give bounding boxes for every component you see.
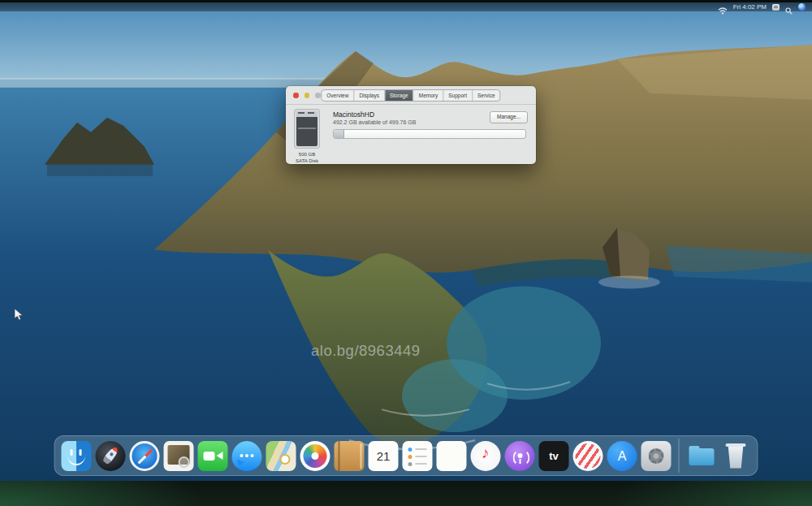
messages-icon[interactable] <box>232 441 262 471</box>
manage-button[interactable]: Manage... <box>490 111 528 123</box>
internal-drive-icon <box>294 109 320 149</box>
disk-capacity: 500 GB <box>287 152 326 158</box>
music-icon[interactable]: ♪ <box>471 441 501 471</box>
podcasts-icon[interactable] <box>505 441 535 471</box>
dock: 21 ♪ tv A <box>54 435 758 476</box>
apple-tv-icon[interactable]: tv <box>539 441 569 471</box>
minimize-button[interactable] <box>304 93 310 98</box>
menu-bar: Fri 4:02 PM <box>0 2 812 11</box>
finder-icon[interactable] <box>62 441 92 471</box>
storage-pane: 500 GB SATA Disk MacintoshHD 492.2 GB av… <box>286 104 536 164</box>
zoom-button-disabled <box>315 93 321 98</box>
dock-separator <box>679 439 680 473</box>
contacts-icon[interactable] <box>335 441 365 471</box>
window-toolbar: Overview Displays Storage Memory Support… <box>286 86 536 105</box>
input-menu-icon[interactable] <box>772 4 780 11</box>
wifi-icon[interactable] <box>718 3 728 11</box>
photos-icon[interactable] <box>300 441 330 471</box>
disk-caption: 500 GB SATA Disk <box>287 152 326 164</box>
monitor-screen: Fri 4:02 PM Overview Displays Storage Me… <box>0 2 812 481</box>
storage-usage-bar <box>333 129 526 139</box>
reminders-icon[interactable] <box>403 441 433 471</box>
siri-icon[interactable] <box>798 3 806 11</box>
system-preferences-icon[interactable] <box>641 441 672 471</box>
mouse-cursor <box>15 309 24 321</box>
spotlight-search-icon[interactable] <box>785 3 793 11</box>
launchpad-icon[interactable] <box>96 441 126 471</box>
volume-name: MacintoshHD <box>333 110 374 119</box>
about-tabs: Overview Displays Storage Memory Support… <box>321 89 500 102</box>
tab-service[interactable]: Service <box>472 90 500 101</box>
app-store-icon[interactable]: A <box>607 441 637 471</box>
tab-displays[interactable]: Displays <box>353 90 384 101</box>
notes-icon[interactable] <box>437 441 467 471</box>
news-icon[interactable] <box>573 441 603 471</box>
tab-overview[interactable]: Overview <box>322 90 353 101</box>
tab-support[interactable]: Support <box>443 90 472 101</box>
desktop-wallpaper <box>0 2 812 481</box>
volume-availability: 492.2 GB available of 499.76 GB <box>333 119 416 125</box>
photo-watermark: alo.bg/8963449 <box>311 342 421 360</box>
tab-storage[interactable]: Storage <box>384 90 413 101</box>
disk-kind: SATA Disk <box>287 158 326 165</box>
close-button[interactable] <box>293 93 299 98</box>
trash-icon[interactable] <box>721 441 751 471</box>
menu-bar-clock[interactable]: Fri 4:02 PM <box>733 2 767 11</box>
safari-icon[interactable] <box>130 441 160 471</box>
traffic-lights <box>293 93 321 98</box>
preview-icon[interactable] <box>164 441 194 471</box>
facetime-icon[interactable] <box>198 441 228 471</box>
maps-icon[interactable] <box>266 441 296 471</box>
about-this-mac-window: Overview Displays Storage Memory Support… <box>286 86 536 164</box>
tab-memory[interactable]: Memory <box>413 90 443 101</box>
downloads-folder-icon[interactable] <box>687 441 717 471</box>
storage-used-segment <box>334 130 344 138</box>
calendar-icon[interactable]: 21 <box>369 441 399 471</box>
